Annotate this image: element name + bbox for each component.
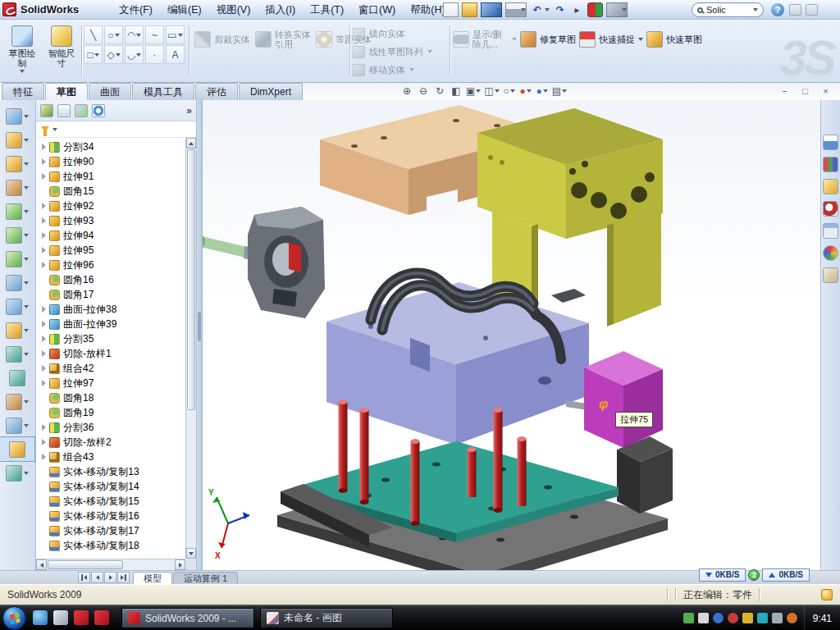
tree-item[interactable]: 实体-移动/复制17	[36, 523, 185, 538]
design-library-icon[interactable]	[823, 157, 838, 172]
toolbar-options-icon[interactable]	[789, 4, 801, 16]
menu-item[interactable]: 编辑(E)	[160, 0, 209, 20]
open-icon[interactable]	[462, 2, 477, 17]
expand-arrow-icon[interactable]	[42, 380, 46, 386]
filter-icon[interactable]	[41, 126, 49, 136]
expand-arrow-icon[interactable]	[42, 350, 46, 357]
command-tab[interactable]: 评估	[195, 83, 238, 100]
quicklaunch-solidworks-icon[interactable]	[74, 610, 89, 625]
search-box[interactable]: Solic	[692, 2, 764, 17]
sweep-flyout-icon[interactable]	[0, 199, 34, 223]
tray-icon[interactable]	[772, 613, 783, 623]
view-settings-icon[interactable]: ▤	[552, 84, 567, 98]
view-palette-icon[interactable]	[823, 223, 838, 239]
dropdown-caret-icon[interactable]	[52, 128, 57, 131]
tree-item[interactable]: 曲面-拉伸38	[36, 302, 185, 317]
prev-tab-button[interactable]	[91, 572, 103, 583]
status-quick-tip-icon[interactable]	[821, 589, 833, 600]
ribbon-button[interactable]: 修复草图	[520, 20, 576, 59]
tree-item[interactable]: 圆角16	[36, 272, 185, 287]
overflow-icon[interactable]: »	[186, 105, 192, 116]
expand-arrow-icon[interactable]	[42, 454, 46, 460]
tree-item[interactable]: 实体-移动/复制13	[36, 464, 185, 479]
spline-icon[interactable]: ~	[145, 25, 164, 44]
reference-geometry-icon[interactable]	[0, 318, 34, 342]
ribbon-button[interactable]: 移动实体	[353, 61, 448, 79]
tree-item[interactable]: 组合42	[36, 361, 185, 376]
tree-item[interactable]: 实体-移动/复制14	[36, 479, 185, 494]
tree-item[interactable]: 实体-移动/复制16	[36, 509, 185, 523]
taskbar-task-button[interactable]: 未命名 - 画图	[260, 608, 393, 628]
arc-icon[interactable]: ◠	[125, 25, 144, 44]
ellipse-icon[interactable]: ◇	[104, 45, 123, 64]
extrude-flyout-icon[interactable]	[0, 152, 34, 176]
hide-show-icon[interactable]: ○	[503, 84, 516, 98]
ribbon-button[interactable]: 转换实体引用	[253, 20, 313, 59]
next-tab-button[interactable]	[104, 572, 116, 583]
tree-horizontal-scrollbar[interactable]	[36, 559, 185, 570]
last-tab-button[interactable]	[117, 572, 130, 583]
tree-item[interactable]: 拉伸94	[36, 228, 185, 243]
command-tab[interactable]: 特征	[2, 83, 44, 100]
expand-arrow-icon[interactable]	[42, 203, 46, 209]
tray-icon[interactable]	[728, 613, 738, 623]
ribbon-big-button[interactable]: 草图绘制	[3, 22, 41, 80]
menu-item[interactable]: 视图(V)	[209, 0, 258, 20]
expand-arrow-icon[interactable]	[42, 232, 46, 239]
tree-item[interactable]: 拉伸95	[36, 243, 185, 258]
tree-item[interactable]: 圆角18	[36, 390, 185, 405]
expand-arrow-icon[interactable]	[42, 306, 46, 313]
slot-icon[interactable]: ▭	[166, 25, 185, 44]
expand-arrow-icon[interactable]	[42, 336, 46, 342]
tree-vertical-scrollbar[interactable]	[185, 138, 196, 559]
tree-item[interactable]: 实体-移动/复制18	[36, 538, 185, 553]
edit-appearance-icon[interactable]: ●	[519, 84, 532, 98]
magenta-block-part[interactable]: φ	[584, 351, 663, 448]
file-explorer-icon[interactable]	[823, 179, 838, 194]
ribbon-button[interactable]: 显示/删除几...	[453, 20, 517, 59]
clamp-part[interactable]	[203, 207, 325, 318]
sketch-flyout-icon[interactable]	[0, 104, 34, 128]
expand-arrow-icon[interactable]	[42, 247, 46, 253]
menu-item[interactable]: 文件(F)	[112, 0, 160, 20]
ribbon-button[interactable]: 镜向实体	[353, 25, 448, 43]
expand-arrow-icon[interactable]	[42, 439, 46, 445]
ribbon-button[interactable]: 剪裁实体	[192, 20, 253, 59]
tree-item[interactable]: 拉伸92	[36, 199, 185, 213]
spline-tool-2-icon[interactable]	[0, 461, 34, 485]
expand-arrow-icon[interactable]	[42, 262, 46, 268]
spline-tool-icon[interactable]	[0, 366, 34, 390]
taskbar-task-button[interactable]: SolidWorks 2009 - ...	[121, 608, 254, 628]
search-input[interactable]: Solic	[706, 5, 750, 15]
resources-home-icon[interactable]	[823, 135, 838, 150]
view-orientation-icon[interactable]: ▣	[466, 84, 481, 98]
tree-item[interactable]: 组合43	[36, 450, 185, 464]
sketch-fillet-icon[interactable]: ◡	[125, 45, 144, 64]
apply-scene-icon[interactable]: ●	[536, 84, 549, 98]
expand-arrow-icon[interactable]	[42, 158, 46, 165]
panel-splitter[interactable]	[197, 100, 203, 570]
zoom-fit-icon[interactable]: ⊕	[400, 84, 413, 98]
scrollbar-thumb[interactable]	[48, 560, 123, 569]
tray-icon[interactable]	[698, 613, 709, 623]
command-tab[interactable]: 模具工具	[132, 83, 194, 100]
featuremanager-tab-icon[interactable]	[40, 104, 53, 117]
tree-item[interactable]: 切除-放样2	[36, 435, 185, 450]
quicklaunch-desktop-icon[interactable]	[53, 610, 68, 625]
command-tab[interactable]: 草图	[45, 83, 88, 100]
curve-flyout-icon[interactable]	[0, 342, 34, 366]
circle-icon[interactable]: ○	[104, 25, 123, 44]
configurationmanager-tab-icon[interactable]	[75, 104, 88, 117]
trim-flyout-icon[interactable]	[0, 390, 34, 413]
tree-item[interactable]: 拉伸90	[36, 154, 185, 169]
options-icon[interactable]	[606, 2, 628, 17]
tray-icon[interactable]	[757, 613, 768, 623]
previous-view-icon[interactable]: ↻	[433, 84, 446, 98]
quicklaunch-solidworks-2-icon[interactable]	[94, 610, 109, 625]
line-icon[interactable]: ╲	[84, 25, 103, 44]
new-document-icon[interactable]	[443, 2, 459, 17]
expand-arrow-icon[interactable]	[42, 365, 46, 372]
menu-item[interactable]: 工具(T)	[303, 0, 351, 20]
document-tab[interactable]: 模型	[133, 572, 172, 584]
document-tab[interactable]: 运动算例 1	[173, 572, 238, 584]
